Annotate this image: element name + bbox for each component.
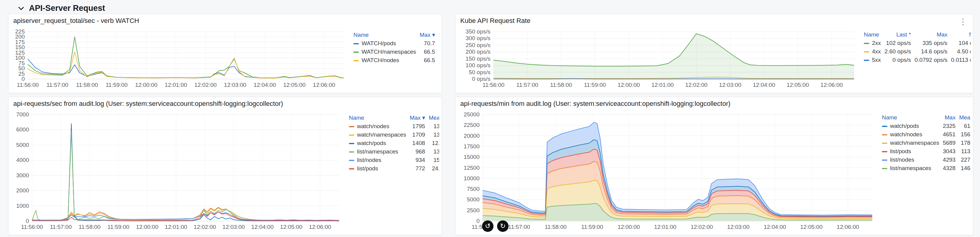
legend-column-header[interactable]: Mean xyxy=(437,30,439,39)
legend-value: 3043 xyxy=(941,147,957,156)
svg-text:12:02:00: 12:02:00 xyxy=(194,224,216,230)
legend-column-header[interactable]: Name xyxy=(347,114,408,122)
legend-value: 1563 xyxy=(957,130,970,139)
series-name[interactable]: watch/namespaces xyxy=(890,140,939,146)
series-name[interactable]: 4xx xyxy=(872,48,881,55)
svg-text:12:01:00: 12:01:00 xyxy=(165,224,187,230)
svg-text:15000: 15000 xyxy=(464,154,480,160)
history-forward-button[interactable]: ↻ xyxy=(497,220,509,232)
legend-value: 66.5 xyxy=(418,47,437,56)
svg-text:12:04:00: 12:04:00 xyxy=(253,82,276,88)
legend-value: 968 xyxy=(408,147,427,156)
legend-column-header[interactable]: Max xyxy=(913,30,949,39)
legend-value: 1135 xyxy=(957,147,970,156)
series-name[interactable]: list/pods xyxy=(890,148,911,154)
legend-column-header[interactable]: Name xyxy=(862,30,883,39)
svg-text:11:59:00: 11:59:00 xyxy=(107,224,129,230)
series-color-swatch xyxy=(882,151,887,152)
series-name[interactable]: list/namespaces xyxy=(890,165,931,171)
legend-value: 5689 xyxy=(941,139,957,147)
series-name[interactable]: watch/nodes xyxy=(890,131,922,137)
legend-value: 335 ops/s xyxy=(913,39,949,47)
series-name[interactable]: list/nodes xyxy=(357,157,381,163)
legend-value: 139 xyxy=(427,122,439,131)
panel-header[interactable]: api-requests/min from audit.log (User: s… xyxy=(455,97,973,111)
panel-title[interactable]: Kube API Request Rate xyxy=(460,17,530,25)
series-name[interactable]: WATCH/nodes xyxy=(361,57,399,63)
svg-text:11:57:00: 11:57:00 xyxy=(508,224,530,230)
legend-value: 4651 xyxy=(941,130,957,139)
legend-column-header[interactable]: Mean xyxy=(949,30,970,39)
svg-text:3000: 3000 xyxy=(16,172,29,179)
series-color-swatch xyxy=(882,168,887,169)
svg-text:12:06:00: 12:06:00 xyxy=(837,224,859,230)
panel-header[interactable]: apiserver_request_total/sec - verb WATCH xyxy=(8,14,442,27)
svg-text:4000: 4000 xyxy=(16,157,29,163)
legend-value: 70.7 xyxy=(418,39,437,47)
series-name[interactable]: watch/pods xyxy=(890,123,919,129)
panel-title[interactable]: api-requests/min from audit.log (User: s… xyxy=(460,100,730,107)
row-header[interactable]: API-Server Request xyxy=(18,4,105,13)
svg-text:12:03:00: 12:03:00 xyxy=(727,224,749,230)
legend-column-header[interactable]: Mean xyxy=(427,114,439,122)
svg-text:12:06:00: 12:06:00 xyxy=(313,82,335,88)
time-series-chart[interactable]: 11:56:0011:57:0011:58:0011:59:0012:00:00… xyxy=(11,27,349,90)
svg-text:11:58:00: 11:58:00 xyxy=(79,224,101,230)
panel-title[interactable]: apiserver_request_total/sec - verb WATCH xyxy=(13,17,139,25)
svg-text:7000: 7000 xyxy=(16,111,29,118)
series-name[interactable]: watch/namespaces xyxy=(357,131,406,138)
svg-text:2000: 2000 xyxy=(16,187,29,194)
legend-row: 5xx0 ops/s0.0792 ops/s0.0113 ops/s xyxy=(862,56,970,64)
time-series-chart[interactable]: 11:56:0011:57:0011:58:0011:59:0012:00:00… xyxy=(458,111,878,232)
svg-text:25000: 25000 xyxy=(464,111,480,118)
svg-text:100 ops/s: 100 ops/s xyxy=(466,62,490,68)
series-name[interactable]: 2xx xyxy=(872,40,881,46)
series-name[interactable]: list/namespaces xyxy=(357,149,398,155)
legend-column-header[interactable]: Max xyxy=(941,114,957,122)
svg-text:350 ops/s: 350 ops/s xyxy=(466,28,490,35)
legend-value: 610 xyxy=(957,122,970,130)
panel-menu-icon[interactable]: ⋮ xyxy=(957,17,969,27)
series-name[interactable]: WATCH/pods xyxy=(361,40,396,46)
chart-svg: 11:56:0011:57:0011:58:0011:59:0012:00:00… xyxy=(11,27,349,90)
svg-text:2500: 2500 xyxy=(467,207,480,213)
legend-value: 135 xyxy=(427,147,439,156)
legend: NameLast *MaxMean2xx102 ops/s335 ops/s10… xyxy=(862,27,970,90)
legend-value: 2.60 ops/s xyxy=(883,47,913,56)
legend-row: 2xx102 ops/s335 ops/s104 ops/s xyxy=(862,39,970,47)
legend-column-header[interactable]: Max ▾ xyxy=(418,30,437,39)
panel-apiserver-request-total: apiserver_request_total/sec - verb WATCH… xyxy=(8,14,442,93)
time-history-controls: ↺ ↻ xyxy=(482,220,509,232)
legend-column-header[interactable]: Name xyxy=(880,114,941,122)
history-back-button[interactable]: ↺ xyxy=(482,220,493,232)
panel-body: 11:56:0011:57:0011:58:0011:59:0012:00:00… xyxy=(455,27,973,93)
time-series-chart[interactable]: 11:56:0011:57:0011:58:0011:59:0012:00:00… xyxy=(11,111,345,232)
series-name[interactable]: WATCH/namespaces xyxy=(361,49,416,55)
series-name[interactable]: list/nodes xyxy=(890,156,914,163)
panel-header[interactable]: Kube API Request Rate ⋮ xyxy=(455,14,973,27)
legend-value: 24.4 xyxy=(427,164,439,173)
legend-column-header[interactable]: Mean xyxy=(957,114,970,122)
legend-row: WATCH/nodes66.59.07 xyxy=(352,56,439,65)
legend-column-header[interactable]: Name xyxy=(352,30,418,39)
svg-text:12:01:00: 12:01:00 xyxy=(165,82,187,88)
legend-value: 9.80 xyxy=(437,39,439,47)
legend-column-header[interactable]: Max ▾ xyxy=(408,114,427,122)
series-name[interactable]: watch/pods xyxy=(357,140,386,146)
panel-header[interactable]: api-requests/sec from audit.log (User: s… xyxy=(8,97,442,111)
svg-text:5000: 5000 xyxy=(16,142,29,148)
series-color-swatch xyxy=(882,134,887,135)
svg-text:12:00:00: 12:00:00 xyxy=(617,82,640,88)
svg-text:12:04:00: 12:04:00 xyxy=(753,82,775,88)
series-name[interactable]: 5xx xyxy=(872,57,881,63)
series-name[interactable]: watch/nodes xyxy=(357,123,389,130)
series-name[interactable]: list/pods xyxy=(357,165,378,172)
panel-title[interactable]: api-requests/sec from audit.log (User: s… xyxy=(13,100,283,107)
svg-text:12:04:00: 12:04:00 xyxy=(764,224,786,230)
legend-column-header[interactable]: Last * xyxy=(883,30,913,39)
time-series-chart[interactable]: 11:56:0011:57:0011:58:0011:59:0012:00:00… xyxy=(458,27,859,90)
series-color-swatch xyxy=(882,126,887,127)
svg-text:200 ops/s: 200 ops/s xyxy=(466,49,490,55)
chevron-down-icon xyxy=(18,5,25,12)
svg-text:12:00:00: 12:00:00 xyxy=(135,82,158,88)
